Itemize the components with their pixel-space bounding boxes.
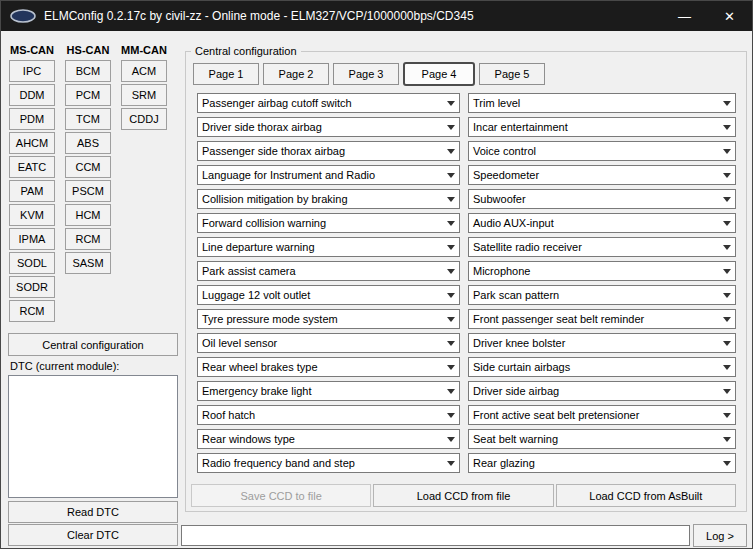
config-combobox[interactable]: Driver side airbag (468, 381, 736, 401)
config-combobox[interactable]: Passenger side thorax airbag (197, 141, 460, 161)
central-configuration-button[interactable]: Central configuration (8, 333, 178, 356)
config-combobox[interactable]: Line departure warning (197, 237, 460, 257)
dropdown-arrow-icon[interactable] (443, 190, 459, 208)
config-combobox[interactable]: Subwoofer (468, 189, 736, 209)
dropdown-arrow-icon[interactable] (443, 286, 459, 304)
dropdown-arrow-icon[interactable] (719, 262, 735, 280)
config-combobox[interactable]: Park scan pattern (468, 285, 736, 305)
button-load-ccd-from-file[interactable]: Load CCD from file (373, 484, 553, 507)
config-combobox[interactable]: Driver knee bolster (468, 333, 736, 353)
dropdown-arrow-icon[interactable] (443, 118, 459, 136)
module-button-ddm[interactable]: DDM (9, 84, 55, 106)
config-combobox[interactable]: Park assist camera (197, 261, 460, 281)
config-combobox[interactable]: Driver side thorax airbag (197, 117, 460, 137)
dropdown-arrow-icon[interactable] (443, 406, 459, 424)
page-tab-page-1[interactable]: Page 1 (193, 63, 259, 85)
read-dtc-button[interactable]: Read DTC (8, 501, 178, 523)
dropdown-arrow-icon[interactable] (443, 94, 459, 112)
dropdown-arrow-icon[interactable] (443, 310, 459, 328)
dropdown-arrow-icon[interactable] (443, 454, 459, 472)
module-button-abs[interactable]: ABS (65, 132, 111, 154)
config-combobox[interactable]: Forward collision warning (197, 213, 460, 233)
module-button-rcm[interactable]: RCM (9, 300, 55, 322)
module-button-hcm[interactable]: HCM (65, 204, 111, 226)
config-combobox[interactable]: Speedometer (468, 165, 736, 185)
config-combobox[interactable]: Audio AUX-input (468, 213, 736, 233)
module-button-sodl[interactable]: SODL (9, 252, 55, 274)
dropdown-arrow-icon[interactable] (443, 382, 459, 400)
config-combobox[interactable]: Rear wheel brakes type (197, 357, 460, 377)
command-input[interactable] (181, 525, 690, 546)
module-button-pam[interactable]: PAM (9, 180, 55, 202)
config-combobox[interactable]: Rear windows type (197, 429, 460, 449)
close-button[interactable]: ✕ (707, 1, 752, 31)
dropdown-arrow-icon[interactable] (443, 262, 459, 280)
dropdown-arrow-icon[interactable] (719, 454, 735, 472)
config-combobox[interactable]: Voice control (468, 141, 736, 161)
dropdown-arrow-icon[interactable] (443, 238, 459, 256)
config-combobox[interactable]: Tyre pressure mode system (197, 309, 460, 329)
dropdown-arrow-icon[interactable] (719, 334, 735, 352)
minimize-button[interactable]: — (662, 1, 707, 31)
dropdown-arrow-icon[interactable] (719, 310, 735, 328)
dropdown-arrow-icon[interactable] (719, 166, 735, 184)
dropdown-arrow-icon[interactable] (719, 94, 735, 112)
page-tab-page-5[interactable]: Page 5 (479, 63, 545, 85)
config-combobox[interactable]: Front active seat belt pretensioner (468, 405, 736, 425)
module-button-eatc[interactable]: EATC (9, 156, 55, 178)
config-combobox[interactable]: Microphone (468, 261, 736, 281)
dropdown-arrow-icon[interactable] (443, 430, 459, 448)
module-button-sasm[interactable]: SASM (65, 252, 111, 274)
dropdown-arrow-icon[interactable] (443, 358, 459, 376)
titlebar[interactable]: ELMConfig 0.2.17c by civil-zz - Online m… (1, 1, 752, 31)
config-combobox[interactable]: Language for Instrument and Radio (197, 165, 460, 185)
config-combobox[interactable]: Rear glazing (468, 453, 736, 473)
module-button-pcm[interactable]: PCM (65, 84, 111, 106)
module-button-ipc[interactable]: IPC (9, 60, 55, 82)
dropdown-arrow-icon[interactable] (443, 334, 459, 352)
dropdown-arrow-icon[interactable] (443, 142, 459, 160)
dropdown-arrow-icon[interactable] (719, 358, 735, 376)
dropdown-arrow-icon[interactable] (719, 382, 735, 400)
module-button-acm[interactable]: ACM (121, 60, 167, 82)
config-combobox[interactable]: Luggage 12 volt outlet (197, 285, 460, 305)
module-button-bcm[interactable]: BCM (65, 60, 111, 82)
module-button-pscm[interactable]: PSCM (65, 180, 111, 202)
config-combobox[interactable]: Incar entertainment (468, 117, 736, 137)
page-tab-page-2[interactable]: Page 2 (263, 63, 329, 85)
page-tab-page-4[interactable]: Page 4 (403, 62, 475, 86)
log-button[interactable]: Log > (693, 524, 747, 547)
module-button-ipma[interactable]: IPMA (9, 228, 55, 250)
module-button-ahcm[interactable]: AHCM (9, 132, 55, 154)
config-combobox[interactable]: Roof hatch (197, 405, 460, 425)
config-combobox[interactable]: Passenger airbag cutoff switch (197, 93, 460, 113)
config-combobox[interactable]: Satellite radio receiver (468, 237, 736, 257)
dropdown-arrow-icon[interactable] (719, 142, 735, 160)
page-tab-page-3[interactable]: Page 3 (333, 63, 399, 85)
config-combobox[interactable]: Emergency brake light (197, 381, 460, 401)
config-combobox[interactable]: Oil level sensor (197, 333, 460, 353)
config-combobox[interactable]: Collision mitigation by braking (197, 189, 460, 209)
module-button-kvm[interactable]: KVM (9, 204, 55, 226)
dropdown-arrow-icon[interactable] (443, 166, 459, 184)
config-combobox[interactable]: Front passenger seat belt reminder (468, 309, 736, 329)
dropdown-arrow-icon[interactable] (719, 214, 735, 232)
module-button-tcm[interactable]: TCM (65, 108, 111, 130)
clear-dtc-button[interactable]: Clear DTC (8, 524, 178, 546)
dropdown-arrow-icon[interactable] (719, 286, 735, 304)
dropdown-arrow-icon[interactable] (719, 406, 735, 424)
module-button-ccm[interactable]: CCM (65, 156, 111, 178)
config-combobox[interactable]: Side curtain airbags (468, 357, 736, 377)
config-combobox[interactable]: Seat belt warning (468, 429, 736, 449)
module-button-pdm[interactable]: PDM (9, 108, 55, 130)
module-button-cddj[interactable]: CDDJ (121, 108, 167, 130)
module-button-srm[interactable]: SRM (121, 84, 167, 106)
dropdown-arrow-icon[interactable] (719, 190, 735, 208)
dropdown-arrow-icon[interactable] (719, 238, 735, 256)
dtc-listbox[interactable] (8, 375, 178, 498)
button-load-ccd-from-asbuilt[interactable]: Load CCD from AsBuilt (556, 484, 736, 507)
config-combobox[interactable]: Trim level (468, 93, 736, 113)
module-button-sodr[interactable]: SODR (9, 276, 55, 298)
dropdown-arrow-icon[interactable] (719, 430, 735, 448)
dropdown-arrow-icon[interactable] (443, 214, 459, 232)
